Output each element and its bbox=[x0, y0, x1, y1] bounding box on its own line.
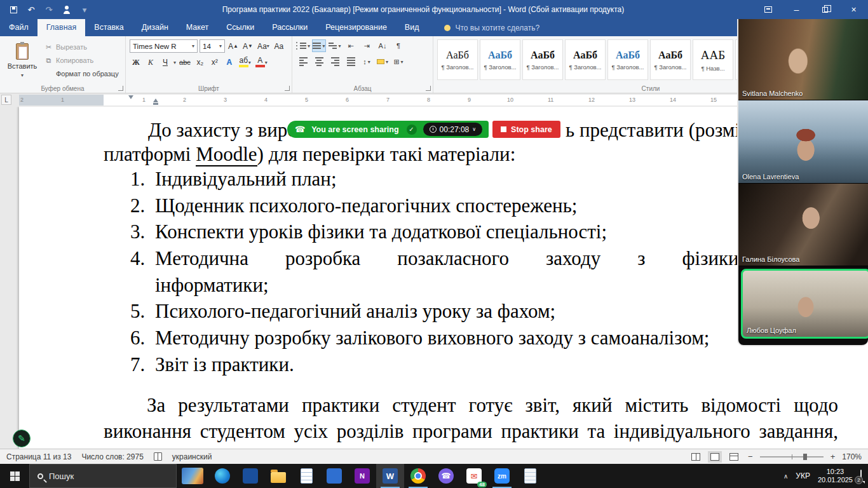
hanging-indent-marker[interactable] bbox=[153, 98, 158, 102]
user-icon[interactable] bbox=[58, 2, 75, 17]
grow-font-button[interactable]: А▲ bbox=[227, 40, 240, 53]
save-icon[interactable] bbox=[5, 2, 22, 17]
minimize-button[interactable]: – bbox=[782, 0, 811, 19]
participant-video-active-speaker[interactable]: Любов Цоуфал bbox=[741, 269, 868, 339]
copy-button[interactable]: ⧉Копировать bbox=[44, 55, 119, 66]
borders-button[interactable]: ⊞▾ bbox=[391, 55, 405, 68]
align-right-button[interactable] bbox=[328, 55, 342, 68]
meeting-timer[interactable]: 00:27:08 ∨ bbox=[423, 123, 483, 136]
read-mode-button[interactable] bbox=[689, 451, 703, 463]
taskbar-app-blue[interactable] bbox=[320, 464, 348, 488]
news-interests-icon[interactable] bbox=[182, 468, 203, 484]
web-layout-button[interactable] bbox=[727, 451, 741, 463]
ribbon-display-options-icon[interactable] bbox=[754, 0, 782, 19]
start-button[interactable] bbox=[0, 464, 29, 488]
font-name-combo[interactable]: Times New R▾ bbox=[130, 39, 198, 53]
restore-button[interactable] bbox=[811, 0, 839, 19]
taskbar-app-onenote[interactable]: N bbox=[348, 464, 376, 488]
taskbar-app-mail[interactable]: ✉48 bbox=[460, 464, 488, 488]
sort-button[interactable]: А↓ bbox=[376, 39, 390, 52]
multilevel-list-button[interactable]: ▾ bbox=[328, 39, 342, 52]
first-line-indent-marker[interactable] bbox=[128, 95, 133, 99]
style-chip[interactable]: ААБ¶ Назв... bbox=[693, 39, 733, 80]
justify-button[interactable] bbox=[344, 55, 358, 68]
tab-home[interactable]: Главная bbox=[37, 19, 86, 36]
style-chip[interactable]: АаБб¶ Заголов... bbox=[437, 39, 478, 80]
participant-video[interactable]: Svitlana Malchenko bbox=[738, 19, 868, 100]
show-paragraph-marks-button[interactable]: ¶ bbox=[391, 39, 405, 52]
decrease-indent-button[interactable]: ⇤ bbox=[344, 39, 358, 52]
left-indent-marker[interactable] bbox=[153, 103, 158, 105]
taskbar-app-chrome[interactable] bbox=[404, 464, 432, 488]
text-effects-button[interactable]: А bbox=[223, 56, 236, 69]
proofing-icon[interactable] bbox=[154, 452, 162, 461]
zoom-in-button[interactable]: + bbox=[829, 452, 837, 461]
tab-layout[interactable]: Макет bbox=[177, 19, 217, 36]
highlight-button[interactable]: аб▾ bbox=[238, 56, 252, 69]
zoom-slider[interactable] bbox=[760, 456, 824, 458]
taskbar-app-word[interactable]: W bbox=[376, 464, 404, 488]
participant-video[interactable]: Olena Lavrentieva bbox=[738, 100, 868, 184]
taskbar-app-document[interactable] bbox=[292, 464, 320, 488]
underline-caret-icon[interactable]: ▾ bbox=[173, 60, 176, 65]
font-dialog-launcher[interactable] bbox=[285, 86, 290, 91]
taskbar-app-edge[interactable] bbox=[208, 464, 236, 488]
tab-file[interactable]: Файл bbox=[0, 19, 37, 36]
tab-references[interactable]: Ссылки bbox=[217, 19, 263, 36]
word-count[interactable]: Число слов: 2975 bbox=[81, 452, 143, 461]
stop-share-button[interactable]: Stop share bbox=[492, 121, 560, 138]
style-chip[interactable]: АаБб¶ Заголов... bbox=[480, 39, 520, 80]
increase-indent-button[interactable]: ⇥ bbox=[360, 39, 374, 52]
italic-button[interactable]: К bbox=[144, 56, 157, 69]
clipboard-dialog-launcher[interactable] bbox=[118, 86, 123, 91]
bold-button[interactable]: Ж bbox=[130, 56, 142, 69]
superscript-button[interactable]: x² bbox=[208, 56, 221, 69]
tell-me-box[interactable]: Что вы хотите сделать? bbox=[444, 19, 539, 36]
font-color-button[interactable]: А▾ bbox=[254, 56, 269, 69]
change-case-button[interactable]: Аа▾ bbox=[256, 40, 271, 53]
moodle-link[interactable]: Moodle bbox=[196, 143, 257, 166]
font-size-combo[interactable]: 14▾ bbox=[200, 39, 225, 53]
shrink-font-button[interactable]: А▼ bbox=[241, 40, 254, 53]
clear-formatting-button[interactable]: Аа bbox=[273, 40, 285, 53]
strikethrough-button[interactable]: abc bbox=[178, 56, 192, 69]
tab-insert[interactable]: Вставка bbox=[85, 19, 132, 36]
qat-dropdown-icon[interactable]: ▾ bbox=[76, 2, 93, 17]
taskbar-app-zoom[interactable]: zm bbox=[488, 464, 516, 488]
tab-design[interactable]: Дизайн bbox=[133, 19, 177, 36]
tab-stop-selector[interactable]: L bbox=[1, 95, 11, 105]
close-button[interactable]: × bbox=[839, 0, 868, 19]
style-chip[interactable]: АаБб¶ Заголов... bbox=[522, 39, 563, 80]
zoom-level[interactable]: 170% bbox=[842, 452, 862, 461]
redo-icon[interactable]: ↷ bbox=[41, 2, 57, 17]
zoom-slider-thumb[interactable] bbox=[803, 454, 807, 460]
taskbar-app-dark-blue[interactable] bbox=[236, 464, 264, 488]
taskbar-search[interactable]: Пошук bbox=[29, 464, 177, 488]
tab-mailings[interactable]: Рассылки bbox=[263, 19, 316, 36]
style-chip[interactable]: АаБб¶ Заголов... bbox=[565, 39, 606, 80]
tray-expand-icon[interactable]: ∧ bbox=[783, 473, 788, 480]
shading-button[interactable]: ▾ bbox=[376, 55, 390, 68]
language-switcher[interactable]: УКР bbox=[796, 471, 810, 480]
numbering-button[interactable]: ▾ bbox=[312, 39, 326, 52]
participant-video[interactable]: Галина Білоусова bbox=[738, 184, 868, 266]
taskbar-app-explorer[interactable] bbox=[264, 464, 292, 488]
subscript-button[interactable]: x₂ bbox=[194, 56, 207, 69]
align-left-button[interactable] bbox=[296, 55, 310, 68]
print-layout-button[interactable] bbox=[708, 451, 722, 463]
style-chip[interactable]: АаБб¶ Заголов... bbox=[607, 39, 648, 80]
align-center-button[interactable] bbox=[312, 55, 326, 68]
page-indicator[interactable]: Страница 11 из 13 bbox=[6, 452, 71, 461]
paragraph-dialog-launcher[interactable] bbox=[426, 86, 431, 91]
bullets-button[interactable]: ▾ bbox=[296, 39, 310, 52]
zoom-out-button[interactable]: − bbox=[746, 452, 755, 461]
tab-view[interactable]: Вид bbox=[396, 19, 428, 36]
action-center[interactable]: 2 bbox=[860, 470, 862, 482]
cut-button[interactable]: ✂Вырезать bbox=[44, 42, 119, 53]
taskbar-app-viber[interactable]: ☎ bbox=[432, 464, 460, 488]
language-indicator[interactable]: украинский bbox=[172, 452, 212, 461]
paste-button[interactable]: Вставить ▾ bbox=[4, 39, 41, 81]
format-painter-button[interactable]: Формат по образцу bbox=[44, 69, 119, 79]
taskbar-app-notepad[interactable] bbox=[516, 464, 544, 488]
annotate-pencil-button[interactable]: ✎ bbox=[13, 430, 31, 447]
